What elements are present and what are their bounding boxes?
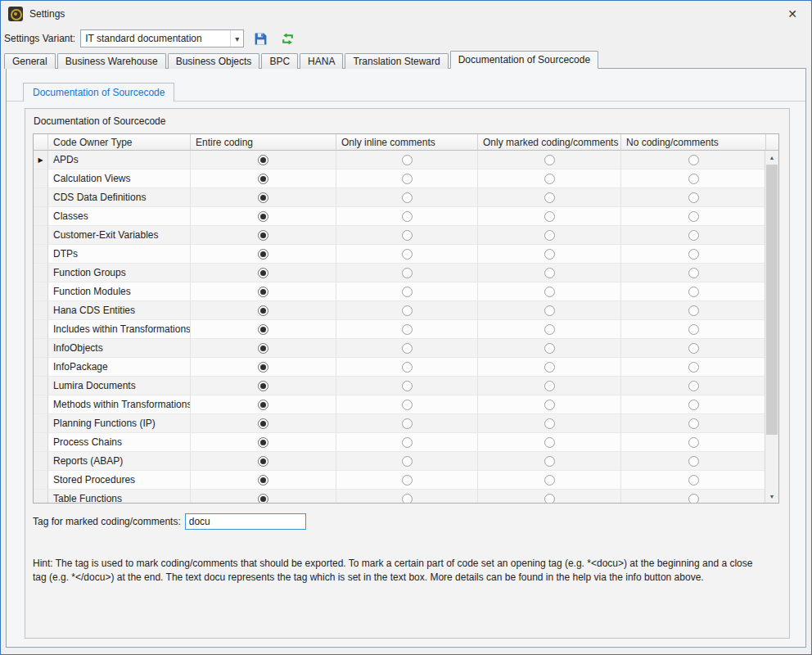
radio-marked-icon[interactable] bbox=[544, 381, 555, 391]
radio-entire-icon[interactable] bbox=[258, 381, 268, 391]
radio-marked-icon[interactable] bbox=[544, 249, 555, 260]
code-owner-type-cell[interactable]: Table Functions bbox=[48, 490, 191, 503]
radio-cell-inline[interactable] bbox=[336, 471, 478, 490]
row-indicator[interactable] bbox=[34, 358, 48, 377]
radio-cell-entire[interactable] bbox=[191, 207, 336, 226]
variant-combobox[interactable]: IT standard documentation ▾ bbox=[80, 29, 244, 47]
header-only-inline-comments[interactable]: Only inline comments bbox=[336, 134, 478, 151]
row-indicator[interactable] bbox=[34, 414, 48, 433]
radio-inline-icon[interactable] bbox=[402, 249, 413, 260]
radio-cell-entire[interactable] bbox=[191, 358, 336, 377]
radio-cell-none[interactable] bbox=[621, 320, 766, 339]
row-indicator[interactable] bbox=[34, 169, 48, 188]
radio-cell-marked[interactable] bbox=[478, 188, 621, 207]
radio-none-icon[interactable] bbox=[688, 362, 699, 373]
radio-marked-icon[interactable] bbox=[544, 475, 555, 486]
radio-entire-icon[interactable] bbox=[258, 456, 268, 467]
radio-cell-marked[interactable] bbox=[478, 471, 621, 490]
radio-cell-marked[interactable] bbox=[478, 377, 621, 395]
radio-cell-entire[interactable] bbox=[191, 226, 336, 245]
radio-cell-none[interactable] bbox=[621, 226, 766, 245]
row-indicator[interactable] bbox=[34, 471, 48, 490]
radio-cell-inline[interactable] bbox=[336, 490, 478, 503]
radio-cell-marked[interactable] bbox=[478, 339, 621, 358]
radio-cell-none[interactable] bbox=[621, 245, 766, 264]
row-indicator[interactable] bbox=[34, 377, 48, 395]
radio-inline-icon[interactable] bbox=[402, 268, 413, 278]
radio-inline-icon[interactable] bbox=[402, 475, 413, 486]
tab-general[interactable]: General bbox=[4, 53, 56, 69]
radio-cell-marked[interactable] bbox=[478, 282, 621, 301]
row-indicator[interactable] bbox=[34, 245, 48, 264]
radio-entire-icon[interactable] bbox=[258, 418, 268, 429]
tag-input[interactable] bbox=[185, 513, 306, 530]
scrollbar-thumb[interactable] bbox=[766, 165, 778, 435]
radio-marked-icon[interactable] bbox=[544, 362, 555, 373]
radio-cell-inline[interactable] bbox=[336, 226, 478, 245]
radio-entire-icon[interactable] bbox=[258, 174, 268, 184]
code-owner-type-cell[interactable]: Customer-Exit Variables bbox=[48, 226, 191, 245]
radio-none-icon[interactable] bbox=[688, 475, 699, 486]
radio-marked-icon[interactable] bbox=[544, 494, 555, 504]
radio-cell-inline[interactable] bbox=[336, 245, 478, 264]
radio-cell-entire[interactable] bbox=[191, 377, 336, 395]
radio-none-icon[interactable] bbox=[688, 268, 699, 278]
radio-entire-icon[interactable] bbox=[258, 268, 268, 278]
tab-documentation-of-sourcecode[interactable]: Documentation of Sourcecode bbox=[450, 51, 598, 69]
radio-entire-icon[interactable] bbox=[258, 211, 268, 222]
radio-marked-icon[interactable] bbox=[544, 211, 555, 222]
row-indicator[interactable] bbox=[34, 490, 48, 503]
radio-none-icon[interactable] bbox=[688, 343, 699, 354]
radio-cell-entire[interactable] bbox=[191, 395, 336, 414]
title-bar[interactable]: Settings ✕ bbox=[1, 1, 811, 27]
row-indicator[interactable] bbox=[34, 301, 48, 320]
radio-cell-none[interactable] bbox=[621, 264, 766, 282]
code-owner-type-cell[interactable]: Calculation Views bbox=[48, 169, 191, 188]
radio-inline-icon[interactable] bbox=[402, 174, 413, 184]
radio-cell-inline[interactable] bbox=[336, 188, 478, 207]
radio-none-icon[interactable] bbox=[688, 418, 699, 429]
code-owner-type-cell[interactable]: Includes within Transformations bbox=[48, 320, 191, 339]
radio-cell-inline[interactable] bbox=[336, 301, 478, 320]
radio-inline-icon[interactable] bbox=[402, 230, 413, 241]
code-owner-type-cell[interactable]: Reports (ABAP) bbox=[48, 452, 191, 471]
radio-entire-icon[interactable] bbox=[258, 192, 268, 203]
radio-cell-entire[interactable] bbox=[191, 471, 336, 490]
radio-cell-entire[interactable] bbox=[191, 320, 336, 339]
radio-marked-icon[interactable] bbox=[544, 230, 555, 241]
radio-none-icon[interactable] bbox=[688, 494, 699, 504]
radio-entire-icon[interactable] bbox=[258, 155, 268, 165]
radio-none-icon[interactable] bbox=[688, 287, 699, 297]
radio-cell-entire[interactable] bbox=[191, 414, 336, 433]
radio-cell-marked[interactable] bbox=[478, 301, 621, 320]
radio-cell-marked[interactable] bbox=[478, 151, 621, 169]
row-indicator[interactable] bbox=[34, 433, 48, 452]
row-indicator[interactable] bbox=[34, 226, 48, 245]
radio-cell-marked[interactable] bbox=[478, 490, 621, 503]
save-button[interactable] bbox=[250, 28, 271, 49]
radio-marked-icon[interactable] bbox=[544, 400, 555, 410]
row-indicator[interactable] bbox=[34, 207, 48, 226]
radio-marked-icon[interactable] bbox=[544, 192, 555, 203]
radio-cell-entire[interactable] bbox=[191, 490, 336, 503]
radio-cell-entire[interactable] bbox=[191, 282, 336, 301]
radio-cell-marked[interactable] bbox=[478, 169, 621, 188]
radio-none-icon[interactable] bbox=[688, 437, 699, 448]
radio-cell-inline[interactable] bbox=[336, 358, 478, 377]
radio-marked-icon[interactable] bbox=[544, 268, 555, 278]
radio-inline-icon[interactable] bbox=[402, 362, 413, 373]
radio-none-icon[interactable] bbox=[688, 324, 699, 335]
radio-cell-none[interactable] bbox=[621, 452, 766, 471]
radio-cell-marked[interactable] bbox=[478, 207, 621, 226]
radio-marked-icon[interactable] bbox=[544, 155, 555, 165]
radio-cell-inline[interactable] bbox=[336, 282, 478, 301]
code-owner-type-cell[interactable]: Lumira Documents bbox=[48, 377, 191, 395]
radio-entire-icon[interactable] bbox=[258, 324, 268, 335]
radio-cell-entire[interactable] bbox=[191, 151, 336, 169]
radio-none-icon[interactable] bbox=[688, 211, 699, 222]
header-entire-coding[interactable]: Entire coding bbox=[191, 134, 336, 151]
radio-marked-icon[interactable] bbox=[544, 418, 555, 429]
radio-inline-icon[interactable] bbox=[402, 287, 413, 297]
radio-inline-icon[interactable] bbox=[402, 418, 413, 429]
radio-marked-icon[interactable] bbox=[544, 437, 555, 448]
